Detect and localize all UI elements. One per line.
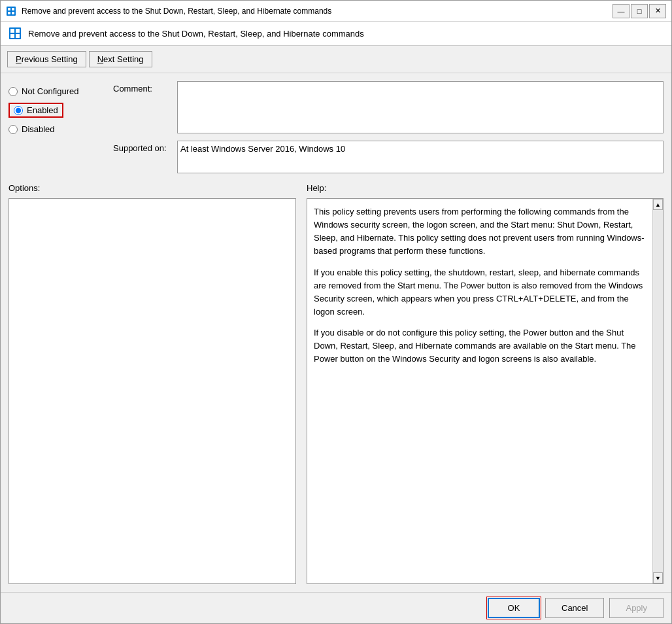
help-text-container: This policy setting prevents users from … <box>307 199 663 583</box>
help-para-1: This policy setting prevents users from … <box>314 205 646 258</box>
close-button[interactable]: ✕ <box>649 4 666 18</box>
scroll-track <box>653 210 663 572</box>
svg-rect-7 <box>16 29 20 33</box>
cancel-button[interactable]: Cancel <box>545 598 604 618</box>
disabled-option[interactable]: Disabled <box>8 124 113 134</box>
apply-button[interactable]: Apply <box>609 598 664 618</box>
help-label: Help: <box>307 183 326 193</box>
svg-rect-8 <box>10 34 14 38</box>
enabled-option[interactable]: Enabled <box>8 103 113 118</box>
dialog-icon <box>8 27 22 40</box>
enabled-label: Enabled <box>27 105 58 115</box>
comment-textarea[interactable] <box>177 81 664 133</box>
top-section: Not Configured Enabled Disabled Comment: <box>8 81 664 175</box>
supported-field-wrap: <span data-bind="supported.value"></span… <box>177 141 664 175</box>
toolbar: Previous Setting Next Setting <box>1 46 671 73</box>
supported-label: Supported on: <box>113 141 172 153</box>
bottom-bar: OK Cancel Apply <box>1 592 671 623</box>
help-scrollbar[interactable]: ▲ ▼ <box>652 199 663 583</box>
supported-textbox: <span data-bind="supported.value"></span… <box>177 141 664 173</box>
ok-button[interactable]: OK <box>488 598 540 618</box>
next-setting-button[interactable]: Next Setting <box>89 51 152 67</box>
panels-labels: Options: Help: <box>8 183 664 193</box>
svg-rect-3 <box>8 12 10 14</box>
radio-group: Not Configured Enabled Disabled <box>8 81 113 175</box>
svg-rect-1 <box>8 8 10 10</box>
svg-rect-9 <box>16 34 20 38</box>
comment-field-wrap <box>177 81 664 135</box>
content-area: Not Configured Enabled Disabled Comment: <box>1 73 671 592</box>
svg-rect-2 <box>12 8 14 10</box>
options-label: Options: <box>8 183 40 193</box>
supported-row: Supported on: <span data-bind="supported… <box>113 141 664 175</box>
help-para-2: If you enable this policy setting, the s… <box>314 266 646 319</box>
scroll-down-button[interactable]: ▼ <box>653 572 663 583</box>
comment-label: Comment: <box>113 81 172 94</box>
svg-rect-6 <box>10 29 14 33</box>
help-panel: This policy setting prevents users from … <box>307 198 664 584</box>
enabled-box: Enabled <box>8 103 63 118</box>
not-configured-option[interactable]: Not Configured <box>8 86 113 96</box>
right-section: Comment: Supported on: <span data-bind="… <box>113 81 664 175</box>
window-icon <box>6 6 16 16</box>
dialog-header-text: Remove and prevent access to the Shut Do… <box>28 29 364 39</box>
main-window: Remove and prevent access to the Shut Do… <box>0 0 672 624</box>
maximize-button[interactable]: □ <box>631 4 648 18</box>
svg-rect-4 <box>12 12 14 14</box>
bottom-panels: This policy setting prevents users from … <box>8 198 664 584</box>
window-title: Remove and prevent access to the Shut Do… <box>22 7 613 16</box>
disabled-label: Disabled <box>22 124 55 134</box>
minimize-button[interactable]: — <box>613 4 630 18</box>
help-para-3: If you disable or do not configure this … <box>314 326 646 366</box>
window-controls: — □ ✕ <box>613 4 666 18</box>
comment-row: Comment: <box>113 81 664 135</box>
dialog-header: Remove and prevent access to the Shut Do… <box>1 22 671 46</box>
not-configured-label: Not Configured <box>22 86 78 96</box>
scroll-up-button[interactable]: ▲ <box>653 199 663 210</box>
options-panel <box>8 198 296 584</box>
previous-setting-button[interactable]: Previous Setting <box>7 51 86 67</box>
title-bar: Remove and prevent access to the Shut Do… <box>1 1 671 22</box>
